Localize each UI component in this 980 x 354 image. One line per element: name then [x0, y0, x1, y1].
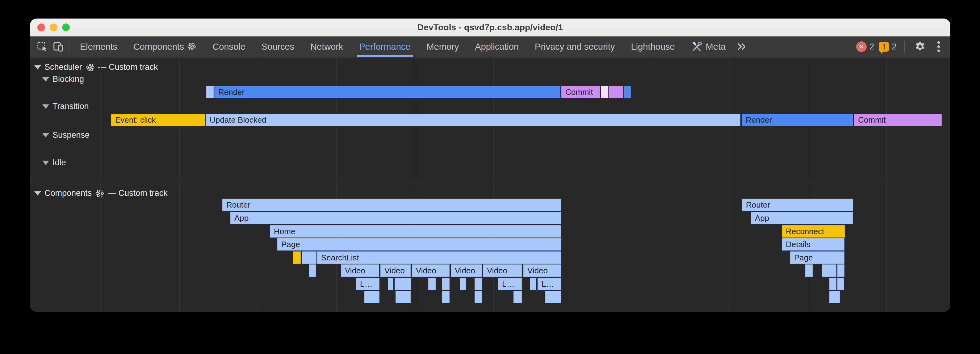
lane-suspense[interactable]: Suspense	[42, 130, 89, 140]
flame-bar-label: App	[751, 214, 769, 223]
flame-bar[interactable]	[601, 86, 608, 98]
flame-bar[interactable]	[395, 278, 411, 290]
flame-bar-label: Render	[214, 88, 245, 97]
inspect-element-icon[interactable]	[34, 37, 50, 57]
tab-label: Sources	[261, 42, 294, 52]
controls-divider	[904, 41, 905, 53]
components-track-subtitle: — Custom track	[108, 188, 168, 198]
collapse-triangle-icon	[42, 77, 49, 81]
panel-tabs: ElementsComponentsConsoleSourcesNetworkP…	[72, 37, 733, 57]
performance-timeline[interactable]: Scheduler — Custom track Components — Cu…	[30, 57, 950, 312]
tab-network[interactable]: Network	[302, 37, 351, 57]
lane-transition[interactable]: Transition	[42, 102, 89, 111]
error-badge[interactable]: 2	[856, 41, 874, 52]
flame-bar[interactable]	[837, 278, 844, 290]
settings-gear-icon[interactable]	[912, 40, 928, 53]
flame-bar-l[interactable]: L…	[538, 278, 561, 290]
flame-bar[interactable]	[474, 291, 482, 303]
warning-badge[interactable]: ! 2	[879, 42, 897, 52]
more-options-kebab-icon[interactable]	[933, 40, 944, 53]
flame-bar-home[interactable]: Home	[270, 225, 561, 238]
tab-meta[interactable]: Meta	[683, 37, 733, 57]
flame-bar-video[interactable]: Video	[341, 265, 379, 277]
tab-elements[interactable]: Elements	[72, 37, 126, 57]
more-tabs-chevron-icon[interactable]	[733, 37, 750, 57]
flame-bar-video[interactable]: Video	[523, 265, 561, 277]
tab-sources[interactable]: Sources	[253, 37, 302, 57]
flame-bar-update-blocked[interactable]: Update Blocked	[206, 114, 740, 126]
flame-bar[interactable]	[609, 86, 624, 98]
flame-bar-l[interactable]: L…	[498, 278, 522, 290]
flame-bar-router[interactable]: Router	[742, 199, 853, 211]
minimize-button[interactable]	[50, 24, 57, 31]
flame-bar-router[interactable]: Router	[222, 199, 561, 211]
flame-bar-video[interactable]: Video	[380, 265, 410, 277]
selected-tab-underline	[356, 55, 413, 57]
flame-bar-label: Video	[412, 266, 436, 275]
flame-bar[interactable]	[442, 291, 450, 303]
tab-application[interactable]: Application	[467, 37, 527, 57]
flame-bar-reconnect[interactable]: Reconnect	[782, 225, 845, 238]
flame-bar[interactable]	[442, 278, 450, 290]
device-toolbar-icon[interactable]	[50, 37, 66, 57]
flame-bar-commit[interactable]: Commit	[854, 114, 942, 126]
flame-bar[interactable]	[829, 278, 837, 290]
lane-label-text: Transition	[52, 102, 89, 111]
flame-bar-commit[interactable]: Commit	[561, 86, 600, 98]
flame-bar[interactable]	[514, 291, 522, 303]
collapse-triangle-icon	[34, 191, 41, 196]
tab-label: Application	[475, 42, 519, 52]
flame-bar[interactable]	[624, 86, 631, 98]
tab-console[interactable]: Console	[204, 37, 253, 57]
flame-bar-page[interactable]: Page	[790, 252, 845, 264]
flame-bar[interactable]	[364, 291, 379, 303]
flame-bar[interactable]	[302, 252, 317, 264]
flame-bar-label: Commit	[561, 88, 593, 97]
flame-bar[interactable]	[822, 265, 837, 277]
flame-bar[interactable]	[837, 265, 845, 277]
flame-bar-event-click[interactable]: Event: click	[111, 114, 205, 126]
lane-label-text: Idle	[52, 158, 66, 167]
tab-performance[interactable]: Performance	[351, 37, 418, 57]
flame-bar[interactable]	[396, 291, 410, 303]
flame-bar[interactable]	[474, 278, 482, 290]
tab-components[interactable]: Components	[126, 37, 204, 57]
flame-bar-label: Video	[451, 266, 475, 275]
zoom-button[interactable]	[62, 24, 70, 31]
tab-memory[interactable]: Memory	[419, 37, 467, 57]
react-atom-icon	[187, 42, 196, 51]
lane-idle[interactable]: Idle	[42, 158, 66, 167]
flame-bar[interactable]	[829, 291, 840, 303]
scheduler-track-header[interactable]: Scheduler — Custom track	[34, 62, 158, 72]
flame-bar[interactable]	[460, 278, 466, 290]
flame-bar[interactable]	[309, 265, 316, 277]
flame-bar-l[interactable]: L…	[356, 278, 379, 290]
flame-bar-render[interactable]: Render	[214, 86, 560, 98]
flame-bar[interactable]	[545, 291, 561, 303]
tab-privacy-and-security[interactable]: Privacy and security	[527, 37, 623, 57]
flame-bar-video[interactable]: Video	[483, 265, 522, 277]
flame-bar[interactable]	[805, 265, 813, 277]
lane-label-text: Blocking	[52, 75, 84, 84]
flame-bar[interactable]	[530, 278, 536, 290]
tab-lighthouse[interactable]: Lighthouse	[623, 37, 683, 57]
collapse-triangle-icon	[42, 161, 49, 165]
flame-bar-video[interactable]: Video	[412, 265, 450, 277]
flame-bar-app[interactable]: App	[751, 212, 853, 224]
flame-bar[interactable]	[388, 278, 393, 290]
flame-bar-video[interactable]: Video	[451, 265, 482, 277]
flame-bar[interactable]	[206, 86, 214, 98]
flame-bar-render[interactable]: Render	[741, 114, 853, 126]
flame-bar[interactable]	[293, 252, 301, 264]
react-atom-icon	[95, 189, 104, 198]
close-button[interactable]	[37, 24, 45, 31]
flame-bar-details[interactable]: Details	[782, 238, 845, 250]
flame-bar-label: L…	[538, 279, 554, 289]
flame-bar-page[interactable]: Page	[277, 238, 561, 250]
flame-bar-label: L…	[356, 279, 372, 289]
tab-label: Memory	[427, 42, 459, 52]
flame-bar-app[interactable]: App	[230, 212, 561, 224]
flame-bar[interactable]	[428, 278, 436, 290]
flame-bar-searchlist[interactable]: SearchList	[317, 252, 561, 264]
lane-blocking[interactable]: Blocking	[42, 75, 84, 84]
